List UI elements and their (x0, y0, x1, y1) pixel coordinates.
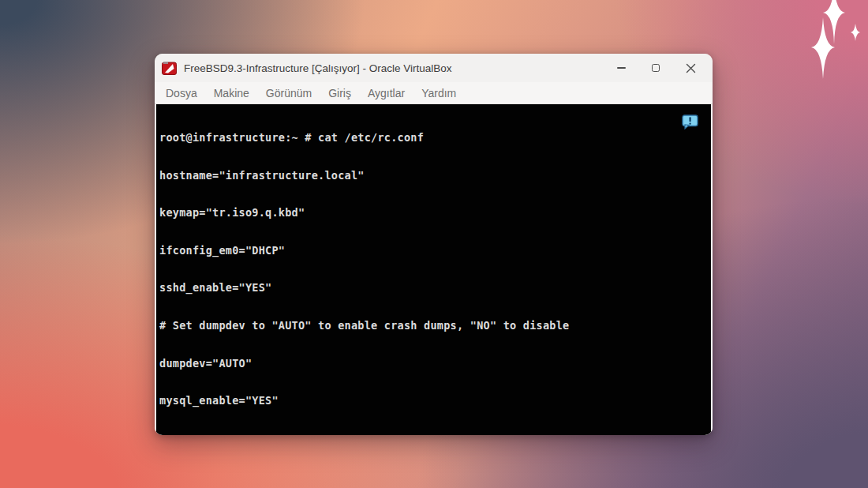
terminal-line: ifconfig_em0="DHCP" (159, 245, 711, 257)
terminal-line: dumpdev="AUTO" (159, 358, 711, 370)
terminal-line: root@infrastructure:~ # cat /etc/rc.conf (159, 132, 711, 145)
minimize-button[interactable] (604, 56, 638, 80)
maximize-icon (652, 64, 660, 72)
terminal-line: mysql_enable="YES" (159, 395, 711, 407)
sparkle-stars-decoration (781, 0, 868, 103)
notification-bubble-icon[interactable] (682, 114, 698, 130)
menu-aygitlar[interactable]: Aygıtlar (368, 87, 405, 99)
window-title: FreeBSD9.3-Infrastructure [Çalışıyor] - … (184, 62, 452, 74)
minimize-icon (617, 67, 626, 69)
window-titlebar[interactable]: FreeBSD9.3-Infrastructure [Çalışıyor] - … (155, 54, 713, 82)
menu-dosya[interactable]: Dosya (166, 87, 197, 99)
menu-giris[interactable]: Giriş (328, 87, 351, 99)
terminal-console[interactable]: root@infrastructure:~ # cat /etc/rc.conf… (156, 104, 711, 435)
close-button[interactable] (673, 56, 708, 80)
terminal-line: hostname="infrastructure.local" (159, 170, 711, 182)
desktop-background: FreeBSD9.3-Infrastructure [Çalışıyor] - … (0, 0, 868, 488)
menu-yardim[interactable]: Yardım (421, 87, 456, 99)
menu-gorunum[interactable]: Görünüm (266, 87, 312, 99)
close-icon (686, 63, 696, 73)
terminal-line: # Set dumpdev to "AUTO" to enable crash … (159, 320, 711, 332)
guest-display-area: root@infrastructure:~ # cat /etc/rc.conf… (155, 104, 713, 435)
terminal-line-blank (159, 433, 711, 435)
menu-makine[interactable]: Makine (214, 87, 249, 99)
virtualbox-window: FreeBSD9.3-Infrastructure [Çalışıyor] - … (155, 54, 713, 435)
virtualbox-logo-icon (162, 62, 177, 75)
menubar: Dosya Makine Görünüm Giriş Aygıtlar Yard… (155, 82, 713, 104)
terminal-line: sshd_enable="YES" (159, 282, 711, 295)
terminal-line: keymap="tr.iso9.q.kbd" (159, 207, 711, 220)
maximize-button[interactable] (638, 56, 673, 80)
